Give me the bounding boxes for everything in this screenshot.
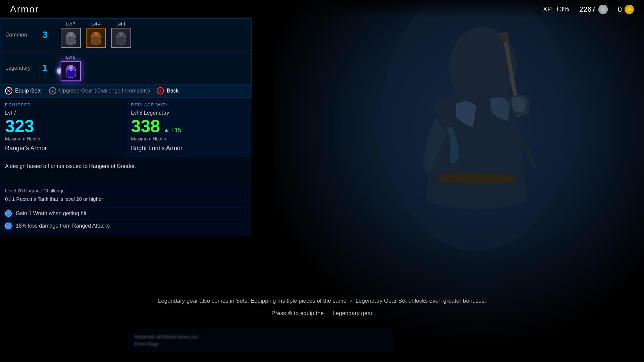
back-label: Back xyxy=(167,88,179,94)
back-icon: ○ xyxy=(157,87,164,95)
equipped-item-name: Ranger's Armor xyxy=(5,145,47,152)
common-section: Common 3 Lvl 7 Lv xyxy=(0,18,252,51)
replace-panel: REPLACE WITH Lvl 8 Legendary 338 ▲ +15 M… xyxy=(126,98,252,157)
top-right-info: XP: +3% 2267 0 xyxy=(543,5,634,14)
upgrade-icon: ● xyxy=(49,87,56,95)
common-item-1[interactable]: Lvl 7 xyxy=(61,21,81,48)
replace-value-row: 338 ▲ +15 xyxy=(131,117,181,135)
replace-stat-value: 338 xyxy=(131,117,160,135)
left-panel: Common 3 Lvl 7 Lv xyxy=(0,18,252,236)
replace-name-container: Bright Lord's Armor xyxy=(131,145,247,152)
legendary-item-1-icon[interactable] xyxy=(61,61,81,81)
bottom-hint: Legendary gear also comes in Sets. Equip… xyxy=(0,293,644,322)
legendary-item-1-level: Lvl 8 xyxy=(66,55,75,60)
common-item-3-icon[interactable] xyxy=(111,28,131,48)
top-bar: Armor XP: +3% 2267 0 xyxy=(0,0,644,18)
stat-diff: ▲ +15 xyxy=(163,127,181,134)
back-button[interactable]: ○ Back xyxy=(157,87,179,95)
legendary-item-wrapper xyxy=(61,61,81,81)
common-items-row: Lvl 7 Lvl 4 xyxy=(61,21,131,48)
legendary-header: Legendary 1 Lvl 8 xyxy=(0,52,251,84)
perk-row-1: Gain 1 Wrath when getting hit xyxy=(5,207,247,220)
silver-coin-icon xyxy=(598,5,608,14)
common-item-1-level: Lvl 7 xyxy=(66,21,75,26)
gold-amount: 0 xyxy=(618,5,622,14)
upgrade-button[interactable]: ● Upgrade Gear (Challenge Incomplete) xyxy=(49,87,150,95)
equip-label: Equip Gear xyxy=(15,88,42,94)
equipped-panel: EQUIPPED Lvl 7 323 Maximum Health Ranger… xyxy=(0,98,126,157)
equipped-stats: 323 Maximum Health xyxy=(5,117,40,141)
svg-point-7 xyxy=(120,34,122,36)
hint-line-1: Legendary gear also comes in Sets. Equip… xyxy=(3,296,641,306)
replace-stat-label: Maximum Health xyxy=(131,136,181,141)
equipped-name: Ranger's Armor xyxy=(5,145,121,152)
legendary-item-1[interactable]: Lvl 8 xyxy=(61,55,81,81)
common-item-3[interactable]: Lvl 1 xyxy=(111,21,131,48)
common-header: Common 3 Lvl 7 Lv xyxy=(0,19,251,51)
replace-stats: 338 ▲ +15 Maximum Health xyxy=(131,117,181,141)
equipped-label: EQUIPPED xyxy=(5,103,121,107)
hint-line-2: Press ⊗ to equip the ⟋ Legendary gear xyxy=(3,309,641,318)
page-title: Armor xyxy=(10,4,39,15)
svg-point-5 xyxy=(70,34,72,36)
perk-dot-1 xyxy=(5,210,12,217)
challenge-header: Level 20 Upgrade Challenge xyxy=(5,188,247,193)
equipped-stat-value: 323 xyxy=(5,117,40,135)
challenge-text: 0 / 1 Recruit a Tank that is level 20 or… xyxy=(5,195,247,203)
replace-stat-row: 338 ▲ +15 Maximum Health xyxy=(131,117,247,141)
perk-text-2: 18% less damage from Ranged Attacks xyxy=(16,223,110,229)
lower-text-1: Replenish all Elfshot when you xyxy=(135,334,387,341)
legendary-section: Legendary 1 Lvl 8 xyxy=(0,52,252,84)
equip-button[interactable]: ✕ Equip Gear xyxy=(5,87,42,95)
common-label: Common xyxy=(5,32,36,38)
common-item-2-level: Lvl 4 xyxy=(91,21,100,26)
comparison-panel: EQUIPPED Lvl 7 323 Maximum Health Ranger… xyxy=(0,98,252,157)
gold-coin-icon xyxy=(625,5,634,14)
replace-level: Lvl 8 Legendary xyxy=(131,110,247,116)
silver-currency: 2267 xyxy=(579,5,608,14)
svg-point-8 xyxy=(69,66,72,69)
common-item-2-icon[interactable] xyxy=(86,28,106,48)
common-item-2[interactable]: Lvl 4 xyxy=(86,21,106,48)
perks-panel: Level 20 Upgrade Challenge 0 / 1 Recruit… xyxy=(0,184,252,236)
upgrade-label: Upgrade Gear (Challenge Incomplete) xyxy=(59,88,150,94)
description-panel: A design based off armor issued to Range… xyxy=(0,157,252,184)
perk-row-2: 18% less damage from Ranged Attacks xyxy=(5,220,247,232)
action-bar: ✕ Equip Gear ● Upgrade Gear (Challenge I… xyxy=(0,84,252,98)
replace-item-name: Bright Lord's Armor xyxy=(131,145,183,152)
xp-indicator: XP: +3% xyxy=(543,5,569,13)
svg-point-6 xyxy=(95,34,97,36)
equipped-stat-label: Maximum Health xyxy=(5,136,40,141)
equipped-level: Lvl 7 xyxy=(5,110,121,116)
legendary-count: 1 xyxy=(42,63,52,73)
gold-currency: 0 xyxy=(618,5,634,14)
legendary-items-row: Lvl 8 xyxy=(61,55,81,81)
common-count: 3 xyxy=(42,29,52,40)
description-text: A design based off armor issued to Range… xyxy=(5,162,247,170)
equipped-stat-row: 323 Maximum Health xyxy=(5,117,121,141)
lower-blurred-panel: Replenish all Elfshot when you Elven Rag… xyxy=(129,329,392,352)
perk-text-1: Gain 1 Wrath when getting hit xyxy=(16,210,87,217)
lower-text-2: Elven Rage xyxy=(135,341,387,348)
perk-dot-2 xyxy=(5,223,12,229)
common-item-1-icon[interactable] xyxy=(61,28,81,48)
equip-icon: ✕ xyxy=(5,87,12,95)
replace-label: REPLACE WITH xyxy=(131,103,247,107)
silver-amount: 2267 xyxy=(579,5,596,14)
common-item-3-level: Lvl 1 xyxy=(116,21,125,26)
legendary-label: Legendary xyxy=(5,65,36,71)
